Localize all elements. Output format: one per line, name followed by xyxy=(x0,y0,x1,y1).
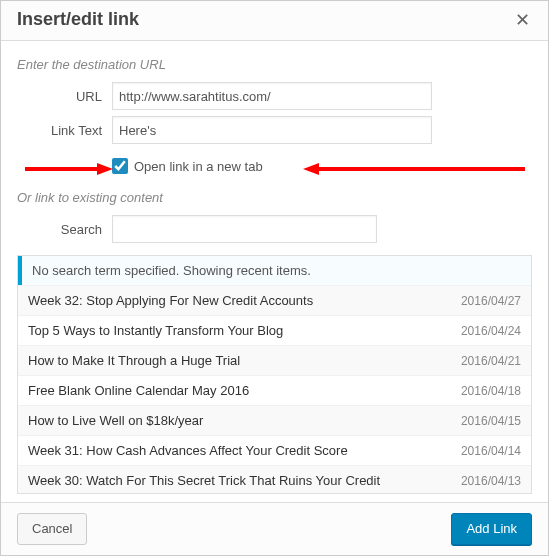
result-item[interactable]: How to Make It Through a Huge Trial2016/… xyxy=(18,345,531,375)
annotation-arrow-left xyxy=(25,162,113,176)
add-link-button[interactable]: Add Link xyxy=(451,513,532,545)
result-title: Top 5 Ways to Instantly Transform Your B… xyxy=(28,323,461,338)
url-label: URL xyxy=(17,89,112,104)
insert-link-dialog: Insert/edit link ✕ Enter the destination… xyxy=(0,0,549,556)
result-title: How to Live Well on $18k/year xyxy=(28,413,461,428)
result-title: Free Blank Online Calendar May 2016 xyxy=(28,383,461,398)
results-panel: No search term specified. Showing recent… xyxy=(17,255,532,494)
url-row: URL xyxy=(17,82,532,110)
cancel-button[interactable]: Cancel xyxy=(17,513,87,545)
dialog-title: Insert/edit link xyxy=(17,9,139,30)
results-notice: No search term specified. Showing recent… xyxy=(18,256,531,285)
result-item[interactable]: Week 31: How Cash Advances Affect Your C… xyxy=(18,435,531,465)
result-title: Week 32: Stop Applying For New Credit Ac… xyxy=(28,293,461,308)
destination-section-label: Enter the destination URL xyxy=(17,57,532,72)
new-tab-row: Open link in a new tab xyxy=(17,158,532,174)
dialog-titlebar: Insert/edit link ✕ xyxy=(1,1,548,41)
result-date: 2016/04/15 xyxy=(461,414,521,428)
svg-marker-3 xyxy=(303,163,319,175)
new-tab-checkbox[interactable] xyxy=(112,158,128,174)
result-title: Week 30: Watch For This Secret Trick Tha… xyxy=(28,473,461,488)
url-input[interactable] xyxy=(112,82,432,110)
new-tab-label: Open link in a new tab xyxy=(134,159,263,174)
result-item[interactable]: Free Blank Online Calendar May 20162016/… xyxy=(18,375,531,405)
link-text-label: Link Text xyxy=(17,123,112,138)
result-date: 2016/04/18 xyxy=(461,384,521,398)
results-scroll[interactable]: No search term specified. Showing recent… xyxy=(18,256,531,493)
search-label: Search xyxy=(17,222,112,237)
dialog-footer: Cancel Add Link xyxy=(1,502,548,555)
result-date: 2016/04/21 xyxy=(461,354,521,368)
result-date: 2016/04/24 xyxy=(461,324,521,338)
svg-marker-1 xyxy=(97,163,113,175)
result-title: How to Make It Through a Huge Trial xyxy=(28,353,461,368)
search-input[interactable] xyxy=(112,215,377,243)
result-date: 2016/04/13 xyxy=(461,474,521,488)
annotation-arrow-right xyxy=(303,162,525,176)
dialog-body: Enter the destination URL URL Link Text … xyxy=(1,41,548,502)
result-item[interactable]: Week 30: Watch For This Secret Trick Tha… xyxy=(18,465,531,493)
result-date: 2016/04/27 xyxy=(461,294,521,308)
result-item[interactable]: Week 32: Stop Applying For New Credit Ac… xyxy=(18,285,531,315)
result-item[interactable]: Top 5 Ways to Instantly Transform Your B… xyxy=(18,315,531,345)
link-text-input[interactable] xyxy=(112,116,432,144)
result-title: Week 31: How Cash Advances Affect Your C… xyxy=(28,443,461,458)
existing-section-label: Or link to existing content xyxy=(17,190,532,205)
search-row: Search xyxy=(17,215,532,243)
result-date: 2016/04/14 xyxy=(461,444,521,458)
result-item[interactable]: How to Live Well on $18k/year2016/04/15 xyxy=(18,405,531,435)
close-icon[interactable]: ✕ xyxy=(511,11,534,29)
link-text-row: Link Text xyxy=(17,116,532,144)
